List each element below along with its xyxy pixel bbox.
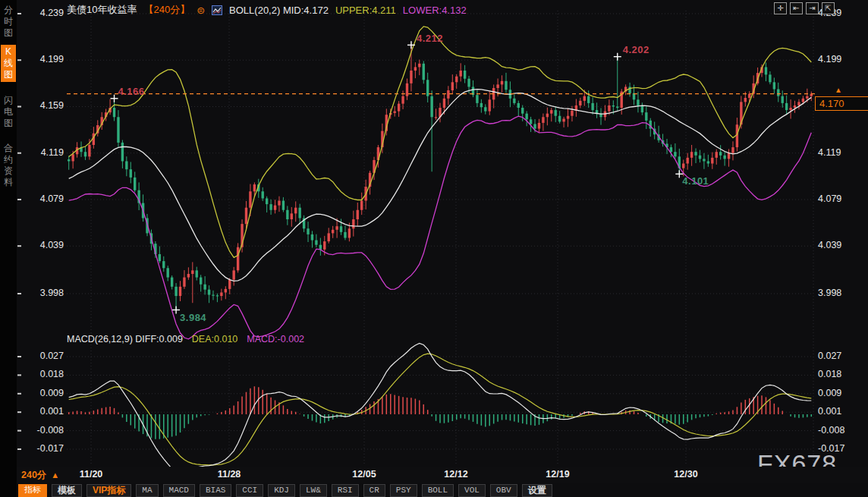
sidebar-item-闪电图[interactable]: 闪电图	[1, 93, 16, 131]
x-axis-date-label: 12/30	[674, 469, 697, 480]
toolbar-tab-BOLL[interactable]: BOLL	[422, 484, 454, 497]
macd-axis-label-right: -0.008	[818, 425, 844, 436]
candle-body	[179, 287, 181, 296]
macd-diff-line	[69, 343, 812, 474]
x-axis-date-label: 11/28	[218, 469, 241, 480]
toolbar-tab-CR[interactable]: CR	[363, 484, 385, 497]
toolbar-tab-MA[interactable]: MA	[136, 484, 158, 497]
candle-body	[203, 285, 206, 290]
corner-toolbar: ✛⇤⇥⇱	[774, 2, 835, 14]
candle-body	[530, 119, 532, 124]
candle-body	[294, 208, 297, 214]
candle-body	[278, 201, 280, 206]
candle-body	[88, 145, 90, 156]
candle-body	[332, 230, 334, 234]
macd-axis-label-right: 0.027	[818, 351, 841, 361]
reset-zoom-icon[interactable]: ⇱	[822, 2, 835, 14]
toolbar-tab-CCI[interactable]: CCI	[236, 484, 263, 497]
candle-body	[501, 81, 503, 85]
price-axis-label-right: 4.199	[818, 54, 841, 64]
candle-body	[567, 116, 569, 119]
interval-badge[interactable]: 240分▲	[21, 469, 59, 482]
toolbar-tab-指标[interactable]: 指标	[18, 484, 47, 497]
candle-body	[694, 152, 697, 156]
candle-body	[191, 270, 193, 274]
macd-hist-readout: MACD:-0.002	[247, 334, 304, 344]
instrument-title: 美债10年收益率	[67, 3, 137, 17]
candle-body	[670, 147, 672, 152]
price-axis-label-left: 4.159	[21, 100, 64, 111]
price-annotation: 4.202	[623, 44, 649, 55]
fit-vertical-icon[interactable]: ⇥	[806, 2, 819, 14]
candle-body	[476, 95, 478, 103]
price-axis-label-left: 3.998	[21, 288, 64, 298]
boll-upper-line	[69, 27, 812, 257]
toolbar-tab-VOL[interactable]: VOL	[458, 484, 486, 497]
candle-body	[266, 198, 268, 204]
toolbar-tab-KDJ[interactable]: KDJ	[268, 484, 295, 497]
price-annotation: 3.984	[180, 312, 206, 323]
toolbar-tab-MACD[interactable]: MACD	[163, 484, 195, 497]
candle-body	[269, 204, 272, 210]
x-axis-date-label: 12/19	[546, 469, 569, 480]
macd-axis-label-left: -0.017	[21, 443, 64, 454]
candle-body	[113, 108, 115, 117]
chart-settings-icon[interactable]	[212, 5, 222, 15]
candle-body	[480, 103, 483, 107]
candle-body	[401, 96, 404, 104]
price-axis-label-left: 4.039	[21, 240, 64, 250]
price-axis-label-right: 4.039	[818, 240, 841, 250]
toolbar-tab-RSI[interactable]: RSI	[332, 484, 359, 497]
toolbar-tab-OBV[interactable]: OBV	[490, 484, 517, 497]
candle-body	[562, 119, 565, 122]
candle-body	[748, 94, 750, 98]
candle-body	[200, 278, 202, 285]
toolbar-tab-VIP指标[interactable]: VIP指标	[86, 484, 131, 497]
candle-body	[513, 99, 515, 103]
macd-axis-label-left: -0.008	[21, 425, 64, 436]
candle-body	[467, 79, 470, 87]
candle-body	[298, 208, 300, 219]
sidebar-item-K线图[interactable]: K线图	[1, 45, 16, 82]
candle-body	[121, 143, 124, 161]
boll-lower-readout: LOWER:4.132	[403, 5, 467, 16]
candle-body	[410, 71, 412, 83]
candle-body	[802, 99, 804, 102]
last-price-tag: 4.170	[815, 96, 868, 111]
candle-body	[360, 201, 363, 210]
candle-body	[418, 64, 420, 68]
candle-body	[208, 290, 210, 295]
candle-body	[505, 81, 507, 90]
candle-body	[616, 106, 618, 108]
candle-body	[715, 152, 718, 158]
candle-body	[315, 241, 317, 245]
sidebar-item-分时图[interactable]: 分时图	[1, 3, 16, 40]
candle-body	[393, 112, 395, 113]
indicator-menu-icon[interactable]: ⊜	[197, 5, 205, 16]
toolbar-tab-BIAS[interactable]: BIAS	[200, 484, 231, 497]
pan-tool-icon[interactable]: ✛	[774, 2, 787, 14]
candle-body	[228, 280, 231, 289]
candle-body	[426, 80, 429, 96]
toolbar-tab-PSY[interactable]: PSY	[390, 484, 417, 497]
chart-canvas[interactable]	[0, 0, 868, 497]
price-axis-label-right: 4.079	[818, 193, 841, 204]
candle-body	[555, 110, 557, 116]
toolbar-tab-设置[interactable]: 设置	[522, 484, 552, 497]
macd-axis-label-left: 0.027	[21, 351, 64, 361]
candle-body	[225, 289, 227, 293]
candle-body	[249, 191, 251, 207]
fit-horizontal-icon[interactable]: ⇤	[790, 2, 803, 14]
candle-body	[628, 87, 631, 93]
candle-body	[464, 71, 466, 79]
sidebar-item-合约资料[interactable]: 合约资料	[1, 141, 16, 190]
toolbar-tab-LW&[interactable]: LW&	[300, 484, 327, 497]
price-annotation: 4.212	[417, 33, 443, 44]
macd-axis-label-right: 0.018	[818, 369, 841, 379]
candle-body	[183, 278, 185, 287]
candle-body	[728, 153, 730, 159]
toolbar-tab-模板[interactable]: 模板	[52, 484, 82, 497]
price-axis-label-right: 3.998	[818, 288, 841, 298]
macd-axis-label-left: 0.001	[21, 406, 64, 417]
macd-axis-label-right: 0.009	[818, 388, 841, 398]
